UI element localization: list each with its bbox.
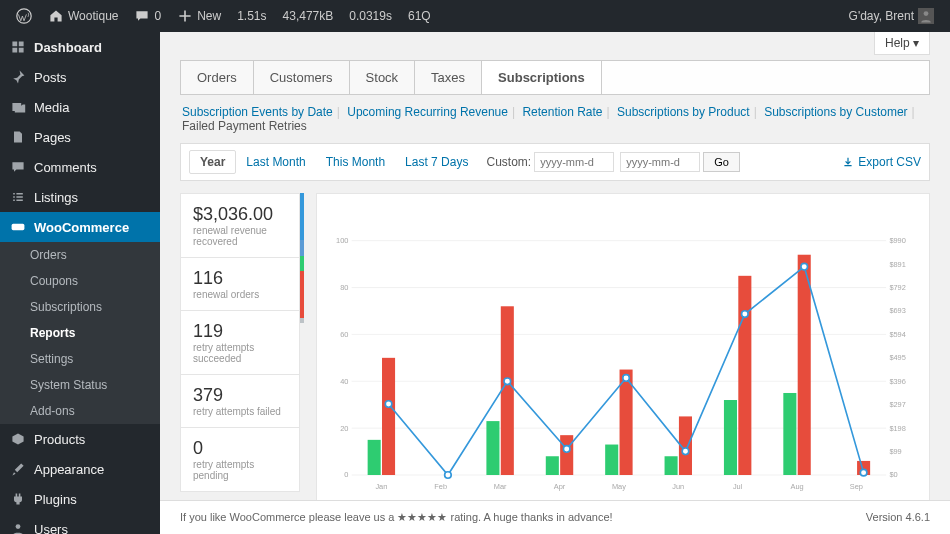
- tab-customers[interactable]: Customers: [254, 61, 350, 94]
- svg-text:$693: $693: [889, 306, 905, 315]
- stat-4: 61Q: [400, 9, 439, 23]
- svg-point-3: [16, 524, 21, 529]
- svg-text:Mar: Mar: [494, 482, 507, 491]
- stat-succeeded[interactable]: 119retry attempts succeeded: [180, 310, 300, 374]
- svg-point-54: [445, 472, 452, 479]
- retry-chart: 020406080100$0$99$198$297$396$495$594$69…: [327, 204, 919, 524]
- nav-posts[interactable]: Posts: [0, 62, 160, 92]
- stat-2: 43,477kB: [275, 9, 342, 23]
- nav-comments[interactable]: Comments: [0, 152, 160, 182]
- nav-plugins[interactable]: Plugins: [0, 484, 160, 514]
- footer-version: Version 4.6.1: [866, 511, 930, 524]
- nav-pages[interactable]: Pages: [0, 122, 160, 152]
- svg-text:Sep: Sep: [850, 482, 863, 491]
- svg-point-55: [504, 378, 511, 385]
- svg-point-57: [623, 375, 630, 382]
- range-year[interactable]: Year: [189, 150, 236, 174]
- stat-failed[interactable]: 379retry attempts failed: [180, 374, 300, 427]
- svg-text:0: 0: [344, 470, 348, 479]
- svg-rect-30: [382, 358, 395, 475]
- wordpress-icon: [16, 8, 32, 24]
- tab-taxes[interactable]: Taxes: [415, 61, 482, 94]
- svg-rect-42: [665, 456, 678, 475]
- svg-rect-39: [605, 445, 618, 475]
- comments-link[interactable]: 0: [126, 8, 169, 24]
- svg-rect-34: [501, 306, 514, 475]
- svg-text:Feb: Feb: [434, 482, 447, 491]
- footer-text: If you like WooCommerce please leave us …: [180, 511, 613, 524]
- wp-logo[interactable]: [8, 8, 40, 24]
- svg-text:Jun: Jun: [672, 482, 684, 491]
- new-link[interactable]: New: [169, 8, 229, 24]
- date-to-input[interactable]: [620, 152, 700, 172]
- subnav-system[interactable]: System Status: [0, 372, 160, 398]
- range-last7[interactable]: Last 7 Days: [395, 151, 478, 173]
- date-range-bar: Year Last Month This Month Last 7 Days C…: [180, 143, 930, 181]
- svg-rect-37: [560, 435, 573, 475]
- admin-bar: Wootique 0 New 1.51s 43,477kB 0.0319s 61…: [0, 0, 950, 32]
- svg-rect-40: [620, 370, 633, 475]
- range-thismonth[interactable]: This Month: [316, 151, 395, 173]
- subnav-addons[interactable]: Add-ons: [0, 398, 160, 424]
- svg-text:60: 60: [340, 330, 348, 339]
- nav-media[interactable]: Media: [0, 92, 160, 122]
- subnav-coupons[interactable]: Coupons: [0, 268, 160, 294]
- svg-rect-29: [368, 440, 381, 475]
- subnav-settings[interactable]: Settings: [0, 346, 160, 372]
- subnav-orders[interactable]: Orders: [0, 242, 160, 268]
- help-tab[interactable]: Help ▾: [874, 32, 930, 55]
- nav-woocommerce[interactable]: WooCommerce: [0, 212, 160, 242]
- stat-orders[interactable]: 116renewal orders: [180, 257, 300, 310]
- svg-point-59: [742, 311, 749, 318]
- tab-orders[interactable]: Orders: [181, 61, 254, 94]
- svg-text:May: May: [612, 482, 626, 491]
- chart-container: 020406080100$0$99$198$297$396$495$594$69…: [316, 193, 930, 534]
- subnav-events[interactable]: Subscription Events by Date: [182, 105, 333, 119]
- report-subnav: Subscription Events by Date| Upcoming Re…: [180, 95, 930, 143]
- woo-icon: [10, 219, 26, 235]
- subnav-subscriptions[interactable]: Subscriptions: [0, 294, 160, 320]
- pin-icon: [10, 69, 26, 85]
- user-greeting[interactable]: G'day, Brent: [841, 8, 942, 24]
- go-button[interactable]: Go: [703, 152, 740, 172]
- svg-point-58: [682, 448, 689, 455]
- page-content: Help ▾ Orders Customers Stock Taxes Subs…: [160, 32, 950, 534]
- custom-label: Custom:: [486, 155, 531, 169]
- svg-text:$792: $792: [889, 283, 905, 292]
- nav-listings[interactable]: Listings: [0, 182, 160, 212]
- spark-bar: [300, 193, 304, 323]
- plus-icon: [177, 8, 193, 24]
- svg-rect-2: [12, 224, 25, 230]
- svg-rect-46: [738, 276, 751, 475]
- nav-products[interactable]: Products: [0, 424, 160, 454]
- tab-stock[interactable]: Stock: [350, 61, 416, 94]
- site-name[interactable]: Wootique: [40, 8, 126, 24]
- svg-text:$99: $99: [889, 447, 901, 456]
- nav-users[interactable]: Users: [0, 514, 160, 534]
- subnav-retention[interactable]: Retention Rate: [522, 105, 602, 119]
- svg-text:Apr: Apr: [554, 482, 566, 491]
- svg-text:$0: $0: [889, 470, 897, 479]
- tab-subscriptions[interactable]: Subscriptions: [482, 61, 602, 94]
- svg-text:Jan: Jan: [375, 482, 387, 491]
- svg-point-53: [385, 401, 392, 408]
- range-lastmonth[interactable]: Last Month: [236, 151, 315, 173]
- nav-dashboard[interactable]: Dashboard: [0, 32, 160, 62]
- comment-icon: [134, 8, 150, 24]
- date-from-input[interactable]: [534, 152, 614, 172]
- stat-revenue[interactable]: $3,036.00renewal revenue recovered: [180, 193, 300, 257]
- subnav-byproduct[interactable]: Subscriptions by Product: [617, 105, 750, 119]
- list-icon: [10, 189, 26, 205]
- stat-3: 0.0319s: [341, 9, 400, 23]
- stats-column: $3,036.00renewal revenue recovered 116re…: [180, 193, 300, 534]
- subnav-recurring[interactable]: Upcoming Recurring Revenue: [347, 105, 508, 119]
- stat-pending[interactable]: 0retry attempts pending: [180, 427, 300, 492]
- export-csv[interactable]: Export CSV: [842, 155, 921, 169]
- nav-appearance[interactable]: Appearance: [0, 454, 160, 484]
- svg-text:80: 80: [340, 283, 348, 292]
- comment-icon: [10, 159, 26, 175]
- subnav-reports[interactable]: Reports: [0, 320, 160, 346]
- stat-1: 1.51s: [229, 9, 274, 23]
- subnav-bycustomer[interactable]: Subscriptions by Customer: [764, 105, 907, 119]
- svg-text:$990: $990: [889, 236, 905, 245]
